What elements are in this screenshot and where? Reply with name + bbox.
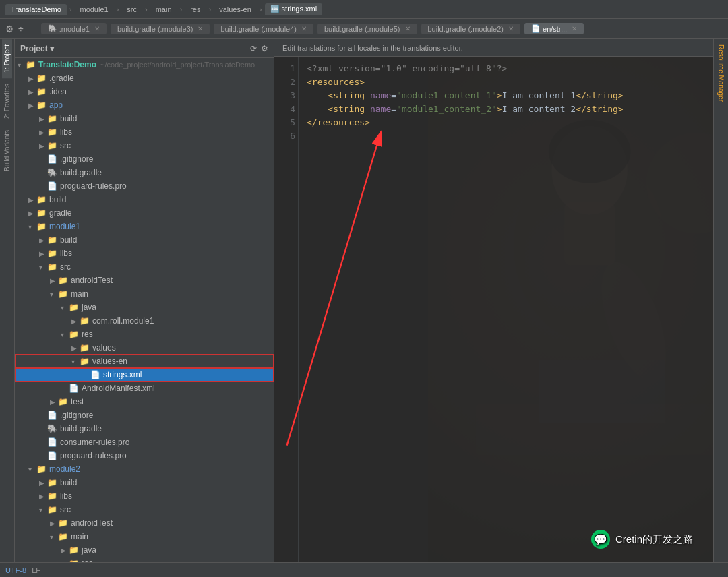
close-icon[interactable]: ✕ [198,25,203,32]
toolbar: ⚙ ÷ — 🐘 :module1 ✕ build.gradle (:module… [0,19,728,39]
panel-title[interactable]: Project ▾ [20,44,54,53]
file-icon: 📄 [47,451,57,460]
sync-icon[interactable]: ⟳ [250,44,257,53]
close-icon[interactable]: ✕ [405,25,411,32]
list-item[interactable]: ▶ 📄 proguard-rules.pro [15,449,274,462]
list-item[interactable]: ▾ 📁 res [15,328,274,341]
folder-icon: 📁 [80,357,90,366]
list-item[interactable]: ▶ 📄 .gitignore [15,408,274,422]
title-tab-stringsxml[interactable]: 🔤 strings.xml [265,3,323,15]
list-item[interactable]: ▶ 📁 build [15,233,274,247]
settings-icon[interactable]: ⚙ [5,24,14,34]
watermark: 💬 Cretin的开发之路 [591,530,693,549]
tree-item-label: libs [60,127,72,137]
list-item[interactable]: ▾ 📁 src [15,260,274,274]
tree-item-label: consumer-rules.pro [60,437,129,447]
tree-item-label: androidTest [71,276,113,285]
list-item[interactable]: ▾ 📁 src [15,503,274,516]
line-num: 5 [277,116,295,129]
sidebar-item-resource-manager[interactable]: Resource Manager [716,39,726,107]
editor-tab-gradle5[interactable]: build.gradle (:module5) ✕ [317,24,417,34]
list-item[interactable]: ▶ 📁 app [15,98,274,112]
editor-tab-strings-en[interactable]: 📄 en/str... ✕ [524,23,584,34]
title-tab-translatedemo[interactable]: TranslateDemo [5,4,67,15]
editor-tab-gradle3[interactable]: build.gradle (:module3) ✕ [111,24,210,34]
editor-tab-gradle2[interactable]: build.gradle (:module2) ✕ [421,24,521,34]
sidebar-item-build-variants[interactable]: Build Variants [2,125,12,177]
watermark-text: Cretin的开发之路 [615,533,693,546]
list-item[interactable]: ▶ 📁 build [15,476,274,489]
code-editor[interactable]: <?xml version="1.0" encoding="utf-8"?> <… [299,57,713,562]
editor-content[interactable]: 1 2 3 4 5 6 <?xml version="1.0" encoding… [274,57,713,562]
list-item[interactable]: ▶ 📁 test [15,395,274,408]
file-icon: 🐘 [47,168,57,177]
tree-item-values-en-module1[interactable]: ▾ 📁 values-en [15,355,274,368]
list-item[interactable]: ▶ 🐘 build.gradle [15,166,274,179]
list-item[interactable]: ▾ 📁 java [15,301,274,314]
list-item[interactable]: ▶ 📁 gradle [15,206,274,220]
close-icon[interactable]: ✕ [94,25,100,32]
list-item[interactable]: ▶ 📁 libs [15,125,274,139]
bottom-bar: UTF-8 LF [0,562,728,577]
list-item[interactable]: ▶ 📁 libs [15,247,274,260]
title-tab-src[interactable]: src [121,4,142,15]
tree-item-label: module1 [49,222,80,231]
folder-icon: 📁 [80,343,90,353]
list-item[interactable]: ▶ 🐘 build.gradle [15,422,274,435]
list-item[interactable]: ▶ 📁 androidTest [15,516,274,530]
close-icon[interactable]: ✕ [301,25,307,32]
tab-label: build.gradle (:module2) [428,25,504,33]
list-item[interactable]: ▶ 📁 com.roll.module1 [15,314,274,328]
tree-root[interactable]: ▾ 📁 TranslateDemo ~/code_project/android… [15,58,274,71]
minus-icon[interactable]: — [28,24,37,34]
list-item[interactable]: ▶ 📁 build [15,193,274,206]
title-tab-values-en[interactable]: values-en [214,4,257,15]
list-item[interactable]: ▶ 📁 libs [15,489,274,503]
title-tab-module1[interactable]: module1 [74,4,113,15]
list-item[interactable]: ▶ 📄 AndroidManifest.xml [15,382,274,395]
list-item[interactable]: ▶ 📄 proguard-rules.pro [15,179,274,193]
list-item[interactable]: ▶ 📁 src [15,139,274,152]
title-tab-main[interactable]: main [150,4,177,15]
tree-item-label: build.gradle [60,168,102,177]
split-icon[interactable]: ÷ [18,24,24,34]
folder-icon: 📁 [47,262,57,272]
list-item[interactable]: ▾ 📁 module1 [15,220,274,233]
list-item[interactable]: ▾ 📁 module2 [15,462,274,476]
gear-icon[interactable]: ⚙ [261,44,268,53]
tree-item-label: values [92,343,116,353]
close-icon[interactable]: ✕ [508,25,514,32]
close-icon[interactable]: ✕ [572,25,577,32]
tree-item-label: libs [60,249,72,258]
list-item[interactable]: ▶ 📁 values [15,341,274,355]
editor-tab-module1[interactable]: 🐘 :module1 ✕ [41,23,107,34]
sidebar-item-favorites[interactable]: 2: Favorites [2,78,12,124]
file-tree-panel: Project ▾ ⟳ ⚙ ▾ 📁 TranslateDemo ~/code_p… [15,39,274,562]
tree-item-label: AndroidManifest.xml [82,384,155,393]
folder-icon: 📁 [47,249,57,258]
editor-tab-gradle4[interactable]: build.gradle (:module4) ✕ [214,24,313,34]
list-item[interactable]: ▾ 📁 res [15,557,274,562]
tree-item-stringsxml-module1[interactable]: ▶ 📄 strings.xml [15,368,274,382]
folder-icon: 📁 [80,316,90,326]
list-item[interactable]: ▶ 📁 androidTest [15,274,274,287]
line-num: 6 [277,129,295,143]
sidebar-item-project[interactable]: 1: Project [2,39,12,78]
list-item[interactable]: ▾ 📁 main [15,530,274,543]
tree-item-label: .idea [49,87,67,96]
file-icon: 📄 [47,437,57,447]
wechat-icon: 💬 [591,530,610,549]
list-item[interactable]: ▾ 📁 main [15,287,274,301]
right-sidebar-strip: Resource Manager [713,39,728,562]
tree-item-label: module2 [49,464,80,474]
line-numbers: 1 2 3 4 5 6 [274,57,299,562]
title-tab-res[interactable]: res [185,4,206,15]
tree-item-label: gradle [49,208,71,218]
list-item[interactable]: ▶ 📁 .gradle [15,71,274,85]
list-item[interactable]: ▶ 📁 .idea [15,85,274,98]
list-item[interactable]: ▶ 📄 consumer-rules.pro [15,435,274,449]
list-item[interactable]: ▶ 📁 build [15,112,274,125]
list-item[interactable]: ▶ 📁 java [15,543,274,557]
list-item[interactable]: ▶ 📄 .gitignore [15,152,274,166]
sep5: › [208,5,211,13]
